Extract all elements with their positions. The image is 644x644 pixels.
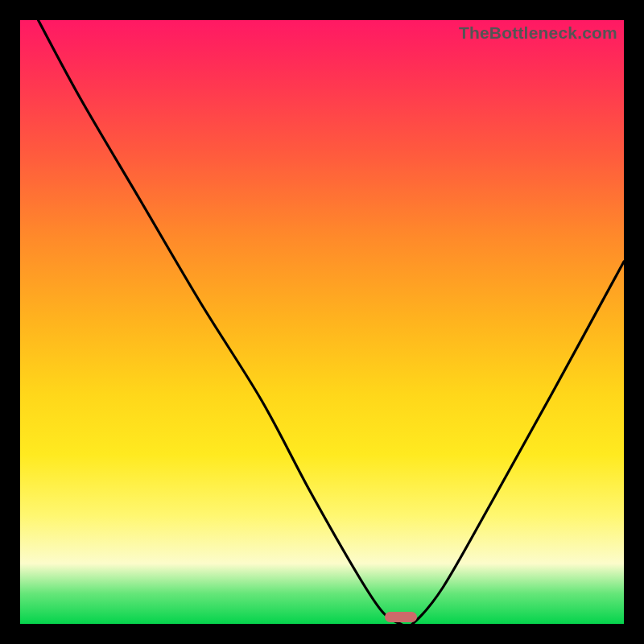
bottleneck-curve	[20, 20, 624, 624]
optimal-marker	[385, 612, 417, 622]
plot-area: TheBottleneck.com	[20, 20, 624, 624]
watermark-text: TheBottleneck.com	[459, 23, 617, 43]
chart-frame: TheBottleneck.com	[0, 0, 644, 644]
